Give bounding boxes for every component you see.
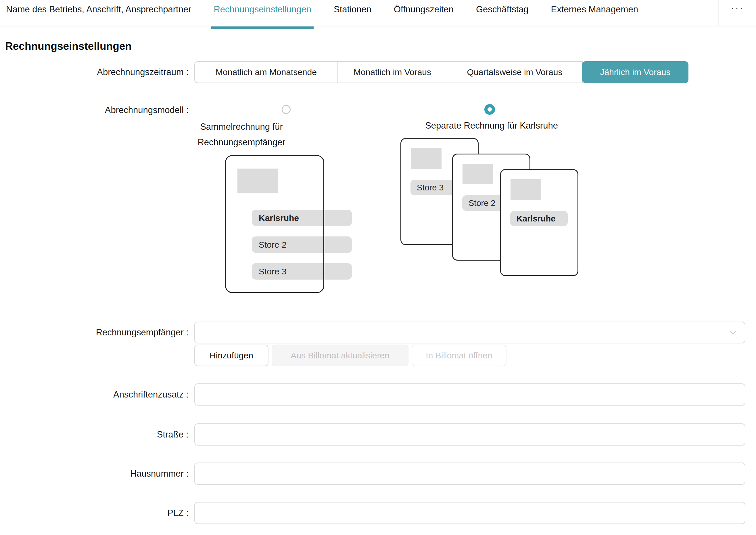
add-recipient-button[interactable]: Hinzufügen bbox=[194, 345, 268, 366]
separate-rechnung-option-label: Separate Rechnung für Karlsruhe bbox=[399, 121, 583, 131]
recipient-actions: Hinzufügen Aus Billomat aktualisieren In… bbox=[194, 345, 506, 366]
store-chip-store2: Store 2 bbox=[252, 237, 352, 253]
invoice-logo-placeholder bbox=[463, 164, 493, 184]
address-extra-input[interactable] bbox=[194, 383, 745, 406]
store-chip-karlsruhe: Karlsruhe bbox=[510, 211, 568, 226]
ellipsis-icon: ··· bbox=[731, 2, 744, 14]
postal-code-label: PLZ : bbox=[0, 502, 189, 524]
radio-sammelrechnung[interactable] bbox=[282, 105, 291, 114]
invoice-logo-placeholder bbox=[411, 148, 442, 169]
house-number-label: Hausnummer : bbox=[0, 463, 189, 485]
segment-monatlich-am-monatsende[interactable]: Monatlich am Monatsende bbox=[194, 61, 338, 83]
recipient-label: Rechnungsempfänger : bbox=[0, 322, 189, 344]
tab-overflow-button[interactable]: ··· bbox=[718, 0, 756, 26]
update-from-billomat-button[interactable]: Aus Billomat aktualisieren bbox=[272, 345, 409, 366]
separate-invoice-card-karlsruhe: Karlsruhe bbox=[500, 169, 578, 276]
street-label: Straße : bbox=[0, 423, 189, 445]
tab-oeffnungszeiten[interactable]: Öffnungszeiten bbox=[394, 4, 454, 26]
tab-bar: Name des Betriebs, Anschrift, Ansprechpa… bbox=[0, 0, 756, 26]
billing-model-label: Abrechnungsmodell : bbox=[0, 105, 189, 115]
segment-monatlich-im-voraus[interactable]: Monatlich im Voraus bbox=[338, 61, 447, 83]
store-chip-karlsruhe: Karlsruhe bbox=[252, 210, 352, 226]
segment-jaehrlich-im-voraus[interactable]: Jährlich im Voraus bbox=[582, 61, 688, 83]
tab-rechnungseinstellungen[interactable]: Rechnungseinstellungen bbox=[214, 4, 311, 26]
postal-code-input[interactable] bbox=[194, 502, 745, 524]
open-in-billomat-button[interactable]: In Billomat öffnen bbox=[412, 345, 506, 366]
tab-geschaeftstag[interactable]: Geschäftstag bbox=[476, 4, 528, 26]
invoice-logo-placeholder bbox=[510, 179, 541, 200]
chevron-down-icon bbox=[729, 330, 737, 335]
segment-quartalsweise-im-voraus[interactable]: Quartalsweise im Voraus bbox=[447, 61, 583, 83]
tab-externes-management[interactable]: Externes Managemen bbox=[551, 4, 638, 26]
radio-separate-rechnung[interactable] bbox=[484, 104, 495, 115]
street-input[interactable] bbox=[194, 423, 745, 445]
billing-period-segmented: Monatlich am Monatsende Monatlich im Vor… bbox=[194, 61, 688, 83]
store-chip-store3: Store 3 bbox=[252, 263, 352, 280]
house-number-input[interactable] bbox=[194, 463, 745, 485]
invoice-logo-placeholder bbox=[237, 169, 278, 193]
billing-period-label: Abrechnungszeitraum : bbox=[0, 61, 189, 83]
sammelrechnung-option-label: Sammelrechnung für Rechnungsempfänger bbox=[190, 119, 293, 150]
address-extra-label: Anschriftenzusatz : bbox=[0, 383, 189, 406]
recipient-select[interactable] bbox=[194, 322, 745, 344]
page-title: Rechnungseinstellungen bbox=[5, 40, 132, 52]
tab-stationen[interactable]: Stationen bbox=[334, 4, 371, 26]
tab-betrieb-anschrift[interactable]: Name des Betriebs, Anschrift, Ansprechpa… bbox=[6, 4, 191, 26]
